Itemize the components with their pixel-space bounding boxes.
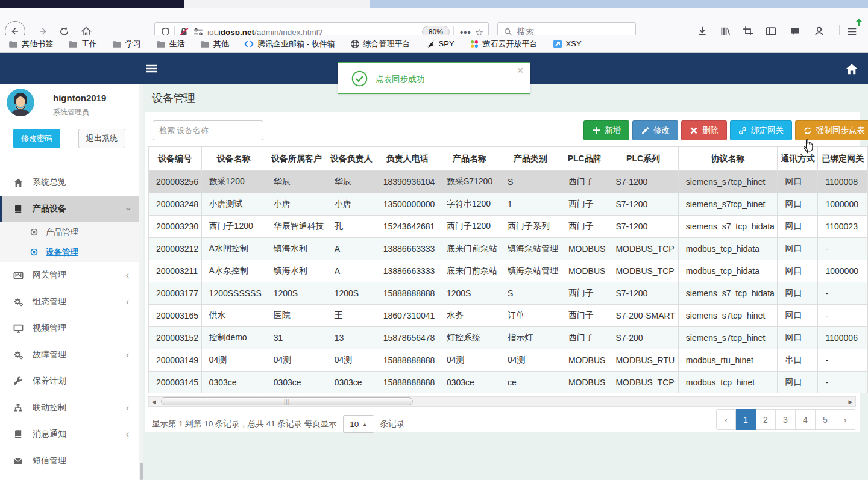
scroll-right-icon[interactable]: ▶ bbox=[846, 397, 855, 406]
bookmark-label: 其他书签 bbox=[22, 39, 53, 49]
table-row[interactable]: 20000314904测04测04测1588888888804测04测MODBU… bbox=[149, 349, 868, 372]
action-button-修改[interactable]: 修改 bbox=[632, 120, 678, 140]
table-cell: - bbox=[818, 349, 868, 372]
column-header[interactable]: 产品名称 bbox=[439, 147, 500, 171]
table-cell: 小唐 bbox=[327, 193, 376, 216]
table-cell: 字符串1200 bbox=[439, 193, 500, 216]
sidebar-subitem-设备管理[interactable]: 设备管理 bbox=[0, 242, 139, 262]
table-row[interactable]: 2000031771200SSSSSS1200S1200S15888888888… bbox=[149, 282, 868, 305]
table-row[interactable]: 200003256数采1200华辰华辰18390936104数采S71200S西… bbox=[149, 171, 868, 193]
sidebar-item-系统总览[interactable]: 系统总览 bbox=[0, 169, 139, 196]
bookmark-item[interactable]: 腾讯企业邮箱 - 收件箱 bbox=[244, 39, 335, 49]
column-header[interactable]: 设备所属客户 bbox=[266, 147, 327, 171]
column-header[interactable]: 协议名称 bbox=[678, 147, 778, 171]
page-button-5[interactable]: 5 bbox=[816, 409, 835, 430]
table-cell: 200003149 bbox=[149, 349, 202, 372]
scroll-left-icon[interactable]: ◀ bbox=[149, 397, 159, 406]
scrollbar-thumb[interactable]: ||| bbox=[161, 397, 413, 405]
page-button-3[interactable]: 3 bbox=[776, 409, 796, 430]
action-button-新增[interactable]: 新增 bbox=[583, 120, 629, 140]
sidebar-item-大屏管理[interactable]: 大屏管理 bbox=[0, 474, 139, 480]
sidebar-item-联动控制[interactable]: 联动控制‹ bbox=[0, 394, 139, 421]
sidebar-item-保养计划[interactable]: 保养计划 bbox=[0, 368, 139, 394]
column-header[interactable]: PLC系列 bbox=[608, 147, 678, 171]
prev-page-button[interactable]: ‹ bbox=[716, 409, 736, 430]
bookmark-item[interactable]: 综合管理平台 bbox=[350, 39, 410, 49]
page-size-dropdown[interactable]: 10 ▲ bbox=[343, 415, 374, 433]
column-header[interactable]: 设备编号 bbox=[149, 147, 202, 171]
bookmark-item[interactable]: 工作 bbox=[68, 39, 97, 49]
bookmark-item[interactable]: 其他书签 bbox=[8, 39, 53, 49]
table-row[interactable]: 200003165供水医院王18607310041水务订单西门子S7-200-S… bbox=[149, 305, 868, 327]
table-cell: - bbox=[818, 282, 868, 305]
bookmark-item[interactable]: 生活 bbox=[156, 39, 185, 49]
table-row[interactable]: 200003230西门子1200华辰智通科技孔15243642681西门子120… bbox=[149, 216, 868, 238]
action-button-label: 修改 bbox=[653, 125, 670, 136]
bookmark-item[interactable]: XSY bbox=[553, 39, 582, 49]
table-row[interactable]: 200003248小唐测试小唐小唐13500000000字符串12001西门子S… bbox=[149, 193, 868, 216]
page-button-2[interactable]: 2 bbox=[756, 409, 776, 430]
column-header[interactable]: 已绑定网关 bbox=[818, 147, 868, 171]
table-row[interactable]: 200003211A水泵控制镇海水利A13886663333底来门前泵站镇海泵站… bbox=[149, 260, 868, 282]
sidebar-item-组态管理[interactable]: 组态管理‹ bbox=[0, 288, 139, 315]
table-cell: 13886663333 bbox=[376, 260, 439, 282]
book-icon bbox=[13, 429, 24, 440]
page-button-1[interactable]: 1 bbox=[736, 409, 756, 430]
action-button-绑定网关[interactable]: 绑定网关 bbox=[730, 120, 792, 140]
table-cell: 华辰 bbox=[327, 171, 376, 193]
toast-message: 点表同步成功 bbox=[376, 74, 424, 85]
cogs-icon bbox=[13, 350, 24, 360]
pencil-icon bbox=[641, 126, 649, 135]
table-cell: 王 bbox=[327, 305, 376, 327]
horizontal-scrollbar[interactable]: ◀ ||| ▶ bbox=[148, 396, 856, 407]
sidebar-toggle-icon[interactable] bbox=[146, 64, 157, 73]
sidebar-item-消息通知[interactable]: 消息通知‹ bbox=[0, 421, 139, 447]
avatar[interactable] bbox=[7, 89, 34, 116]
table-cell: MODBUS_TCP bbox=[608, 238, 678, 260]
book-icon bbox=[13, 204, 24, 214]
table-row[interactable]: 2000031450303ce0303ce0303ce1588888888803… bbox=[149, 372, 868, 394]
table-cell: siemens_s7tcp_hinet bbox=[678, 305, 778, 327]
change-password-button[interactable]: 修改密码 bbox=[13, 129, 60, 148]
bookmark-item[interactable]: 萤石云开放平台 bbox=[470, 39, 538, 49]
sidebar-subitem-产品管理[interactable]: 产品管理 bbox=[0, 222, 139, 242]
logout-button[interactable]: 退出系统 bbox=[78, 129, 125, 148]
bookmark-item[interactable]: 其他 bbox=[200, 39, 229, 49]
table-cell: 04测 bbox=[500, 349, 561, 372]
table-cell: 200003212 bbox=[149, 238, 202, 260]
next-page-button[interactable]: › bbox=[835, 409, 855, 430]
cogs-icon bbox=[13, 297, 24, 307]
sidebar-item-label: 保养计划 bbox=[33, 376, 66, 387]
sidebar-item-故障管理[interactable]: 故障管理‹ bbox=[0, 341, 139, 368]
sidebar-item-网关管理[interactable]: 网关管理‹ bbox=[0, 262, 139, 288]
page-button-4[interactable]: 4 bbox=[796, 409, 816, 430]
column-header[interactable]: 产品类别 bbox=[500, 147, 561, 171]
column-header[interactable]: PLC品牌 bbox=[561, 147, 608, 171]
active-tab-strip[interactable] bbox=[0, 0, 184, 8]
table-cell: S7-1200 bbox=[608, 193, 678, 216]
sidebar-item-视频管理[interactable]: 视频管理 bbox=[0, 315, 139, 341]
table-row[interactable]: 200003212A水闸控制镇海水利A13886663333底来门前泵站镇海泵站… bbox=[149, 238, 868, 260]
bookmark-item[interactable]: 学习 bbox=[112, 39, 141, 49]
sidebar-scrollbar[interactable] bbox=[139, 84, 143, 480]
table-cell: 18607310041 bbox=[376, 305, 439, 327]
device-search-input[interactable] bbox=[153, 120, 263, 140]
close-icon[interactable]: ✕ bbox=[517, 66, 524, 75]
column-header[interactable]: 设备名称 bbox=[201, 147, 266, 171]
bookmark-item[interactable]: SPY bbox=[426, 39, 454, 49]
column-header[interactable]: 负责人电话 bbox=[376, 147, 439, 171]
sidebar-submenu: 产品管理设备管理 bbox=[0, 222, 139, 262]
dart-icon bbox=[426, 39, 435, 49]
sidebar-item-产品设备[interactable]: 产品设备‹ bbox=[0, 196, 139, 222]
action-button-删除[interactable]: 删除 bbox=[681, 120, 727, 140]
device-table: 设备编号设备名称设备所属客户设备负责人负责人电话产品名称产品类别PLC品牌PLC… bbox=[148, 146, 868, 393]
sidebar-item-短信管理[interactable]: 短信管理 bbox=[0, 447, 139, 474]
table-cell: 1000000 bbox=[818, 193, 868, 216]
column-header[interactable]: 设备负责人 bbox=[327, 147, 376, 171]
table-cell: 200003152 bbox=[149, 327, 202, 349]
table-cell: 网口 bbox=[778, 282, 818, 305]
app-home-icon[interactable] bbox=[845, 63, 858, 76]
table-row[interactable]: 200003152控制demo311315878656478灯控系统指示灯西门子… bbox=[149, 327, 868, 349]
table-cell: S bbox=[500, 282, 561, 305]
action-button-label: 新增 bbox=[605, 125, 621, 136]
